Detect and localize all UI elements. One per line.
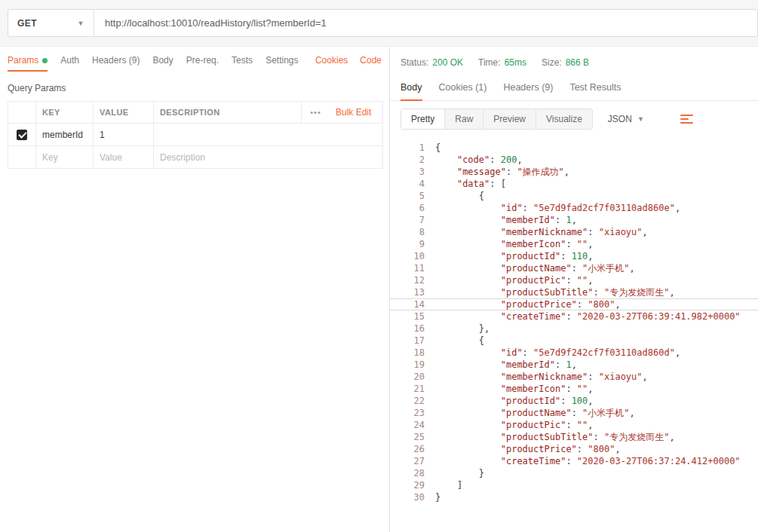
- chevron-down-icon: ▼: [637, 115, 644, 123]
- tab-params-label: Params: [8, 55, 38, 66]
- placeholder-key-field[interactable]: Key: [35, 146, 93, 168]
- code-line: 12 "productPic": "",: [390, 274, 758, 286]
- response-view-bar: Pretty Raw Preview Visualize JSON ▼: [390, 101, 758, 137]
- line-number: 20: [390, 371, 435, 383]
- param-key-field[interactable]: memberId: [35, 124, 93, 145]
- code-line-content: ]: [435, 479, 462, 491]
- response-meta-bar: Status: 200 OK Time: 65ms Size: 866 B: [390, 47, 758, 75]
- bulk-edit-button[interactable]: Bulk Edit: [330, 102, 382, 123]
- code-line: 17 {: [390, 335, 758, 347]
- code-line: 9 "memberIcon": "",: [390, 238, 758, 250]
- line-number: 13: [390, 286, 435, 298]
- code-line: 24 "productPic": "",: [390, 419, 758, 431]
- code-line: 21 "memberIcon": "",: [390, 383, 758, 395]
- tab-settings[interactable]: Settings: [265, 47, 298, 73]
- code-line: 26 "productPrice": "800",: [390, 443, 758, 455]
- response-body[interactable]: 1{2 "code": 200,3 "message": "操作成功",4 "d…: [390, 137, 758, 503]
- line-number: 27: [390, 455, 435, 467]
- request-panel: Params Auth Headers (9) Body Pre-req. Te…: [0, 47, 390, 532]
- time-label: Time:: [478, 57, 501, 68]
- code-line: 20 "memberNickname": "xiaoyu",: [390, 371, 758, 383]
- line-number: 29: [390, 479, 435, 491]
- resp-tab-cookies[interactable]: Cookies (1): [439, 75, 487, 100]
- param-description-field[interactable]: [153, 124, 382, 145]
- code-line-content: "memberIcon": "",: [435, 238, 594, 250]
- placeholder-value-field[interactable]: Value: [93, 146, 153, 168]
- code-line: 25 "productSubTitle": "专为发烧而生",: [390, 431, 758, 443]
- param-checkbox-cell: [8, 124, 35, 145]
- params-green-dot-icon: [42, 58, 48, 63]
- header-description: DESCRIPTION: [153, 102, 301, 123]
- code-line-content: "productPic": "",: [435, 419, 594, 431]
- code-line-content: }: [435, 491, 440, 503]
- code-line: 27 "createTime": "2020-03-27T06:37:24.41…: [390, 455, 758, 467]
- code-line-content: "memberId": 1,: [435, 359, 577, 371]
- time-meta: Time: 65ms: [478, 57, 526, 68]
- tab-params[interactable]: Params: [8, 47, 48, 73]
- line-number: 11: [390, 262, 435, 274]
- line-number: 15: [390, 310, 435, 323]
- line-number: 17: [390, 335, 435, 347]
- view-mode-visualize[interactable]: Visualize: [536, 109, 592, 129]
- status-label: Status:: [400, 57, 428, 68]
- status-meta: Status: 200 OK: [400, 57, 463, 68]
- tab-auth[interactable]: Auth: [60, 47, 79, 73]
- param-value-field[interactable]: 1: [93, 124, 153, 145]
- line-number: 18: [390, 347, 435, 359]
- cookies-link[interactable]: Cookies: [315, 55, 348, 66]
- line-number: 24: [390, 419, 435, 431]
- request-tabs: Params Auth Headers (9) Body Pre-req. Te…: [0, 47, 389, 74]
- resp-tab-body[interactable]: Body: [400, 75, 422, 100]
- more-options-button[interactable]: •••: [301, 102, 330, 123]
- size-label: Size:: [542, 57, 562, 68]
- tab-headers[interactable]: Headers (9): [92, 47, 140, 73]
- line-number: 9: [390, 238, 435, 250]
- code-line-content: "productName": "小米手机",: [435, 407, 635, 419]
- line-number: 10: [390, 250, 435, 262]
- main-split: Params Auth Headers (9) Body Pre-req. Te…: [0, 47, 758, 532]
- code-line-content: "createTime": "2020-03-27T06:37:24.412+0…: [435, 455, 741, 467]
- code-line: 23 "productName": "小米手机",: [390, 407, 758, 419]
- query-params-table: KEY VALUE DESCRIPTION ••• Bulk Edit memb…: [8, 101, 383, 169]
- code-line-content: "productId": 110,: [435, 250, 594, 262]
- placeholder-description-field[interactable]: Description: [153, 146, 382, 168]
- language-select[interactable]: JSON ▼: [603, 110, 649, 128]
- line-number: 21: [390, 383, 435, 395]
- tab-tests[interactable]: Tests: [232, 47, 253, 73]
- param-checkbox[interactable]: [17, 130, 27, 140]
- code-line-content: "memberNickname": "xiaoyu",: [435, 371, 648, 383]
- line-number: 22: [390, 395, 435, 407]
- code-link[interactable]: Code: [360, 55, 382, 66]
- code-line-content: "productPrice": "800",: [435, 443, 621, 455]
- line-number: 19: [390, 359, 435, 371]
- tab-body[interactable]: Body: [152, 47, 173, 73]
- line-number: 30: [390, 491, 435, 503]
- line-number: 12: [390, 274, 435, 286]
- size-value: 866 B: [566, 57, 589, 68]
- time-value: 65ms: [505, 57, 526, 68]
- view-mode-pretty[interactable]: Pretty: [401, 109, 445, 129]
- code-line-content: "productSubTitle": "专为发烧而生",: [435, 286, 675, 298]
- code-line: 6 "id": "5e7d9fad2cf7f03110ad860e",: [390, 202, 758, 214]
- method-select[interactable]: GET ▼: [8, 10, 94, 36]
- response-tabs: Body Cookies (1) Headers (9) Test Result…: [390, 75, 758, 101]
- view-mode-raw[interactable]: Raw: [445, 109, 483, 129]
- code-line: 29 ]: [390, 479, 758, 491]
- resp-tab-test-results[interactable]: Test Results: [569, 75, 621, 100]
- code-line: 3 "message": "操作成功",: [390, 166, 758, 178]
- code-line-content: "memberId": 1,: [435, 214, 577, 226]
- beautify-icon[interactable]: [680, 114, 693, 124]
- response-body-code: 1{2 "code": 200,3 "message": "操作成功",4 "d…: [390, 142, 758, 503]
- code-line-content: {: [435, 335, 484, 347]
- view-mode-preview[interactable]: Preview: [483, 109, 536, 129]
- code-line-content: "productSubTitle": "专为发烧而生",: [435, 431, 675, 443]
- code-line: 16 },: [390, 323, 758, 335]
- code-line: 1{: [390, 142, 758, 154]
- code-line: 8 "memberNickname": "xiaoyu",: [390, 226, 758, 238]
- tab-pre-request[interactable]: Pre-req.: [186, 47, 219, 73]
- code-line-content: "data": [: [435, 178, 506, 190]
- response-panel: Status: 200 OK Time: 65ms Size: 866 B Bo…: [390, 47, 758, 532]
- url-input[interactable]: [94, 10, 757, 36]
- code-line-content: {: [435, 190, 484, 202]
- resp-tab-headers[interactable]: Headers (9): [503, 75, 553, 100]
